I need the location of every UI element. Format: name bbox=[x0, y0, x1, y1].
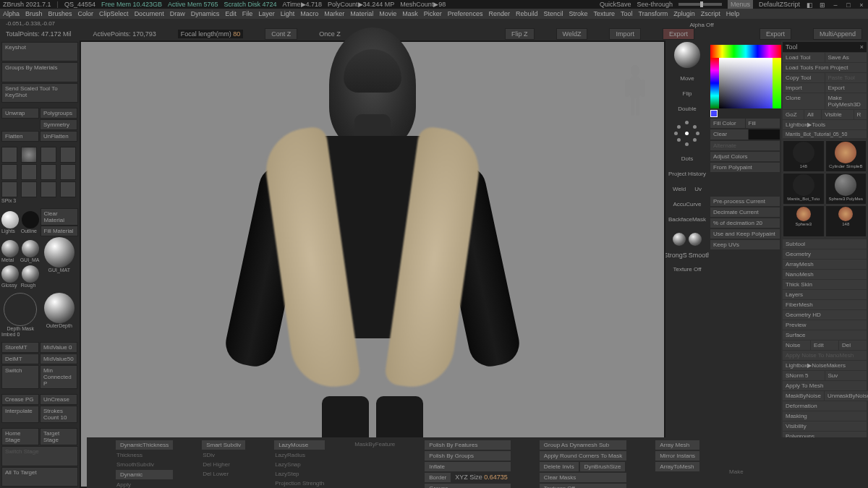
surface-accordion[interactable]: Surface bbox=[783, 330, 867, 340]
unflatten-button[interactable]: UnFlatten bbox=[40, 131, 77, 142]
menu-mask[interactable]: Mask bbox=[402, 10, 418, 17]
menu-light[interactable]: Light bbox=[281, 10, 295, 17]
metal-sphere[interactable] bbox=[1, 240, 19, 257]
preprocess-button[interactable]: Pre-process Current bbox=[710, 197, 780, 206]
tool-thumb[interactable]: Sphere3 bbox=[783, 205, 825, 237]
menu-layer[interactable]: Layer bbox=[258, 10, 275, 17]
dynamic-button[interactable]: Dynamic bbox=[116, 470, 173, 479]
outline-sphere[interactable] bbox=[22, 211, 39, 228]
applynoise-button[interactable]: Apply Noise To NanoMesh bbox=[783, 351, 867, 360]
icon-1[interactable]: ◧ bbox=[806, 1, 813, 7]
pctdec-button[interactable]: % of decimation 20 bbox=[710, 218, 780, 228]
masking-accordion[interactable]: Masking bbox=[783, 411, 867, 421]
brush-grid[interactable] bbox=[1, 147, 78, 197]
lightbox-tools-button[interactable]: Lightbox▶Tools bbox=[783, 120, 867, 129]
black-swatch[interactable] bbox=[749, 129, 780, 140]
roundcorners-button[interactable]: Apply Round Corners To Mask bbox=[540, 451, 626, 461]
pastetool-button[interactable]: Paste Tool bbox=[825, 73, 867, 82]
midval-button[interactable]: MidValue 0 bbox=[40, 342, 77, 353]
noisemakers-button[interactable]: Lightbox▶NoiseMakers bbox=[783, 361, 867, 370]
edit-button[interactable]: Edit bbox=[811, 341, 838, 350]
loadtool-button[interactable]: Load Tool bbox=[783, 53, 825, 62]
export-tool-button[interactable]: Export bbox=[825, 83, 867, 93]
tool-thumb[interactable]: 148 bbox=[783, 140, 825, 172]
menu-clipselect[interactable]: ClipSelect bbox=[99, 10, 129, 17]
quicksave-button[interactable]: QuickSave bbox=[600, 1, 631, 8]
menu-macro[interactable]: Macro bbox=[300, 10, 318, 17]
keyshot-button[interactable]: Keyshot bbox=[1, 42, 78, 61]
switch-button[interactable]: Switch bbox=[1, 365, 39, 389]
inflate-button[interactable]: Inflate bbox=[425, 462, 511, 471]
outerdepth-sphere[interactable] bbox=[44, 293, 75, 323]
flatten-button[interactable]: Flatten bbox=[1, 131, 39, 142]
smooth-sphere[interactable] bbox=[689, 233, 702, 246]
material-preview[interactable] bbox=[44, 237, 75, 267]
xyz-value[interactable]: 0.64735 bbox=[484, 474, 508, 481]
fill-button[interactable]: Fill bbox=[746, 119, 780, 128]
menu-help[interactable]: Help bbox=[726, 10, 740, 17]
tool-thumb[interactable]: Cylinder SimpleB bbox=[825, 140, 867, 172]
clearmasks-button[interactable]: Clear Masks bbox=[540, 473, 626, 482]
strongs-sphere[interactable] bbox=[673, 233, 686, 246]
menu-marker[interactable]: Marker bbox=[324, 10, 344, 17]
del-button[interactable]: Del bbox=[839, 341, 867, 350]
maximize-icon[interactable]: □ bbox=[845, 1, 852, 7]
mirrorinstans-button[interactable]: Mirror Instans bbox=[655, 451, 699, 461]
menus-button[interactable]: Menus bbox=[728, 0, 753, 9]
menu-render[interactable]: Render bbox=[488, 10, 510, 17]
tool-thumb[interactable]: 148 bbox=[825, 205, 867, 237]
subtool-accordion[interactable]: Subtool bbox=[783, 239, 867, 249]
adjustcolors-button[interactable]: Adjust Colors bbox=[710, 152, 780, 161]
gui-sphere[interactable] bbox=[22, 240, 39, 257]
goz-button[interactable]: GoZ bbox=[783, 110, 804, 119]
menu-file[interactable]: File bbox=[242, 10, 253, 17]
arraymesh-accordion[interactable]: ArrayMesh bbox=[783, 260, 867, 269]
multiappend-button[interactable]: MultiAppend bbox=[813, 28, 862, 40]
menu-color[interactable]: Color bbox=[78, 10, 94, 17]
fillcolor-button[interactable]: Fill Color bbox=[710, 119, 745, 128]
menu-transform[interactable]: Transform bbox=[639, 10, 668, 17]
export-button[interactable]: Export bbox=[663, 28, 694, 40]
menu-zplugin[interactable]: Zplugin bbox=[673, 10, 695, 17]
seethrough-slider[interactable] bbox=[678, 3, 722, 6]
lazymouse-header[interactable]: LazyMouse bbox=[274, 440, 325, 450]
alternate-button[interactable]: Alternate bbox=[710, 141, 780, 150]
menu-brushes[interactable]: Brushes bbox=[48, 10, 72, 17]
move-sphere[interactable] bbox=[674, 42, 700, 68]
tool-thumb[interactable]: Sphere3 PolyMes bbox=[825, 173, 867, 205]
dynthick-header[interactable]: DynamicThickness bbox=[116, 440, 173, 450]
delmt-button[interactable]: DelMT bbox=[1, 354, 39, 364]
saveas-button[interactable]: Save As bbox=[825, 53, 867, 62]
keepuvs-button[interactable]: Keep UVs bbox=[710, 240, 780, 249]
focal-value[interactable]: 80 bbox=[233, 30, 240, 38]
menu-material[interactable]: Material bbox=[350, 10, 373, 17]
usekeep-button[interactable]: Use and Keep Polypaint bbox=[710, 229, 780, 239]
polishgroups-button[interactable]: Polish By Groups bbox=[425, 451, 511, 461]
clone-button[interactable]: Clone bbox=[783, 93, 825, 109]
accucurve-button[interactable]: AccuCurve bbox=[671, 200, 702, 209]
dynbrushsize-button[interactable]: DynBrushSize bbox=[580, 462, 626, 471]
preview-accordion[interactable]: Preview bbox=[783, 320, 867, 330]
menu-texture[interactable]: Texture bbox=[593, 10, 615, 17]
applymesh-button[interactable]: Apply To Mesh bbox=[783, 381, 867, 390]
fibermesh-accordion[interactable]: FiberMesh bbox=[783, 300, 867, 309]
depth-circle[interactable] bbox=[4, 293, 37, 326]
border-button[interactable]: Border bbox=[425, 473, 451, 482]
nanomesh-accordion[interactable]: NanoMesh bbox=[783, 270, 867, 279]
midval50-button[interactable]: MidValue50 bbox=[40, 354, 77, 364]
homestage-button[interactable]: Home Stage bbox=[1, 428, 39, 445]
rough-sphere[interactable] bbox=[22, 265, 39, 283]
color-picker[interactable] bbox=[710, 45, 781, 117]
polygroups-button[interactable]: Polygroups bbox=[40, 108, 77, 119]
arraymesh-button[interactable]: Array Mesh bbox=[655, 440, 699, 450]
close-icon[interactable]: × bbox=[858, 1, 865, 7]
copytool-button[interactable]: Copy Tool bbox=[783, 73, 825, 82]
fillmat-button[interactable]: Fill Material bbox=[41, 226, 79, 236]
uv-button[interactable]: Uv bbox=[693, 184, 703, 194]
textureoff-button[interactable]: Texture Off bbox=[672, 265, 703, 274]
export2-button[interactable]: Export bbox=[760, 28, 791, 40]
strokescount-button[interactable]: Strokes Count 10 bbox=[40, 406, 77, 423]
menu-movie[interactable]: Movie bbox=[379, 10, 396, 17]
symmetry-button2[interactable]: Symmetry bbox=[40, 119, 77, 130]
all-button[interactable]: All bbox=[804, 110, 821, 119]
